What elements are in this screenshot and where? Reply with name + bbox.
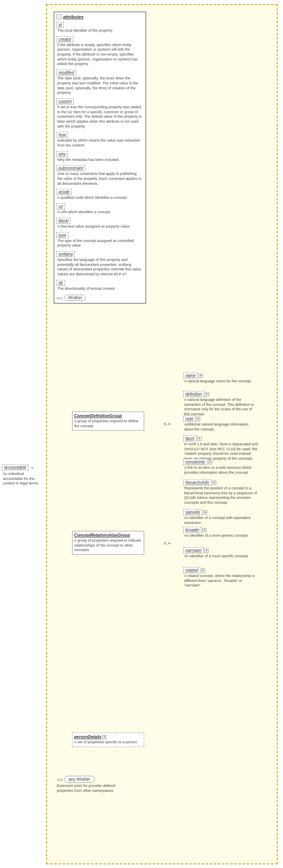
attr-desc-xmllang: Specifies the language of this property … [56,258,143,277]
facet-element-name[interactable]: facet [183,435,196,442]
same-as-plus-icon[interactable]: + [203,510,207,514]
attr-name-pubconstraint[interactable]: pubconstraint [56,165,85,171]
attr-desc-why: Why the metadata has been included. [56,158,143,163]
narrower-element-name[interactable]: narrower [183,547,203,554]
attr-name-id[interactable]: id [56,22,64,28]
name-element-name[interactable]: name [183,372,198,379]
hierarchy-info-element-desc: Represents the position of a concept in … [183,486,260,505]
same-as-element-container: sameAs + An identifier of a concept with… [183,509,260,525]
narrower-element-container: narrower + An identifier of a more speci… [183,547,250,559]
any-other-pill[interactable]: ##other [64,295,86,301]
definition-element-desc: A natural language definition of the sem… [183,398,260,417]
note-element-container: note + Additional natural language infor… [183,416,260,432]
any-other-bottom-desc: Extension point for provider-defined pro… [57,784,129,793]
narrower-plus-icon[interactable]: + [204,549,208,553]
hierarchy-info-element-name[interactable]: hierarchyInfo [183,479,211,486]
attr-desc-modified: The date (and, optionally, the time) whe… [56,76,143,95]
attr-xmllang: xmllang Specifies the language of this p… [56,250,143,278]
accountable-name[interactable]: accountable [2,464,28,470]
person-details-plus-icon[interactable]: + [102,735,106,739]
name-plus-icon[interactable]: + [199,374,203,378]
concept-rel-group-box: ConceptRelationshipsGroup A group of pro… [72,531,144,555]
any-prefix-bottom: any [57,777,63,782]
definition-plus-icon[interactable]: + [205,392,209,396]
narrower-element-desc: An identifier of a more specific concept… [183,554,250,559]
related-plus-icon[interactable]: + [201,568,205,572]
remote-info-element-desc: A link to an item or a web resource whic… [183,465,260,475]
facet-element-desc: In NAR 1.8 and later, facet is deprecate… [183,442,260,461]
attr-desc-uri: A URI which identifies a concept. [56,210,143,215]
attr-name-modified[interactable]: modified [56,70,76,76]
broader-element-container: broader + An identifier of a more generi… [183,527,250,538]
note-element-desc: Additional natural language information … [183,422,260,432]
attr-name-creator[interactable]: creator [56,36,73,42]
name-element-desc: A natural language name for the concept. [183,379,253,384]
person-details-desc: A set of properties specific to a person… [74,740,142,745]
remote-info-plus-icon[interactable]: + [208,460,212,464]
multiplicity-rel: 0..∞ [164,541,171,545]
collapse-icon[interactable]: - [56,14,61,19]
attr-custom: custom If set to true the corresponding … [56,98,143,130]
related-element-name[interactable]: related [183,567,200,573]
hierarchy-info-element-container: hierarchyInfo + Represents the position … [183,479,260,505]
related-element-container: related + A related concept, where the r… [183,567,260,588]
same-as-element-name[interactable]: sameAs [183,509,202,515]
attributes-title: attributes [63,14,84,19]
concept-def-group-box: ConceptDefinitionGroup A group of proper… [72,412,144,431]
attr-name-dir[interactable]: dir [56,280,65,286]
note-element-name[interactable]: note [183,416,195,422]
accountable-arrow-icon: → [30,465,35,470]
multiplicity-def: 0..∞ [164,422,171,426]
attributes-header: - attributes [56,14,143,19]
attr-name-how[interactable]: how [56,132,68,138]
attr-name-custom[interactable]: custom [56,98,74,105]
attributes-box: - attributes id The local identifier of … [54,12,146,304]
attr-desc-how: Indicates by which means the value was e… [56,138,143,148]
concept-def-group-name[interactable]: ConceptDefinitionGroup [74,414,142,418]
note-plus-icon[interactable]: + [196,417,200,421]
concept-def-group-desc: A group of properties required to define… [74,419,142,428]
remote-info-element-container: remoteInfo + A link to an item or a web … [183,459,260,475]
attr-why: why Why the metadata has been included. [56,150,143,163]
attr-desc-literal: A free-text value assigned as property v… [56,224,143,229]
attr-desc-type: The type of the concept assigned as cont… [56,239,143,248]
broader-element-name[interactable]: broader [183,527,201,533]
attr-name-literal[interactable]: literal [56,218,70,224]
attr-desc-pubconstraint: One or many constraints that apply to pu… [56,172,143,186]
attr-desc-creator: If the attribute is empty, specifies whi… [56,43,143,67]
attr-pubconstraint: pubconstraint One or many constraints th… [56,164,143,187]
attr-name-type[interactable]: type [56,232,68,238]
any-other-bottom-pill[interactable]: any ##other [64,776,95,783]
broader-plus-icon[interactable]: + [202,528,206,532]
attr-dir: dir The directionality of textual conten… [56,279,143,292]
attr-name-qcode[interactable]: qcode [56,189,72,195]
main-container: ... ≥1 ... 0..∞ [0,0,283,868]
concept-rel-group-desc: A group of properties required to indica… [74,538,142,553]
any-other-container: any ##other [56,293,143,301]
name-element-container: name + A natural language name for the c… [183,372,253,384]
person-details-name[interactable]: personDetails [74,735,101,739]
remote-info-element-name[interactable]: remoteInfo [183,459,207,465]
definition-element-container: definition + A natural language definiti… [183,391,260,417]
accountable-desc: An individual accountable for the conten… [2,472,45,486]
definition-element-name[interactable]: definition [183,391,204,397]
attr-name-uri[interactable]: uri [56,203,65,209]
broader-element-desc: An identifier of a more generic concept. [183,533,250,538]
attr-uri: uri A URI which identifies a concept. [56,202,143,216]
attr-desc-id: The local identifier of the property. [56,28,143,33]
attr-desc-qcode: A qualified code which identifies a conc… [56,195,143,200]
attr-how: how Indicates by which means the value w… [56,131,143,149]
attr-qcode: qcode A qualified code which identifies … [56,188,143,201]
any-label: any [56,296,63,300]
attr-type: type The type of the concept assigned as… [56,231,143,249]
facet-element-container: facet + In NAR 1.8 and later, facet is d… [183,435,260,461]
concept-rel-group-name[interactable]: ConceptRelationshipsGroup [74,533,142,538]
person-details-box: personDetails + A set of properties spec… [72,733,144,747]
any-other-bottom-container: any any ##other Extension point for prov… [57,776,129,793]
attr-name-why[interactable]: why [56,151,68,157]
attr-creator: creator If the attribute is empty, speci… [56,35,143,67]
same-as-element-desc: An identifier of a concept with equivale… [183,516,260,525]
facet-plus-icon[interactable]: + [197,437,201,441]
attr-name-xmllang[interactable]: xmllang [56,251,75,257]
hierarchy-info-plus-icon[interactable]: + [212,481,216,485]
